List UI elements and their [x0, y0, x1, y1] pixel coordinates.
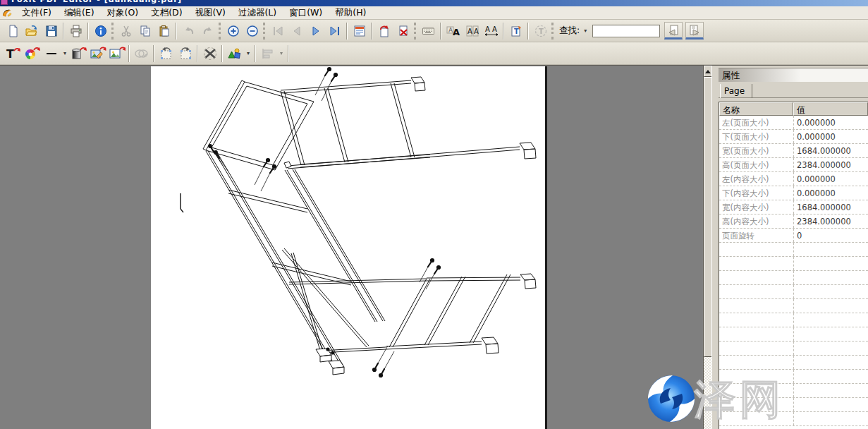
find-previous-button[interactable] — [664, 22, 683, 40]
rotate-object-left-button[interactable] — [157, 44, 176, 62]
find-options-dropdown[interactable]: ▾ — [581, 22, 589, 40]
find-next-button[interactable] — [685, 22, 704, 40]
property-name-cell[interactable] — [719, 271, 793, 284]
zoom-out-button[interactable] — [243, 22, 262, 40]
property-name-cell[interactable]: 宽(页面大小) — [719, 144, 793, 157]
property-row[interactable] — [719, 271, 868, 285]
property-row[interactable] — [719, 327, 868, 342]
property-name-cell[interactable] — [719, 384, 793, 397]
font-size-button[interactable]: AA — [463, 22, 482, 40]
property-row[interactable]: 左(内容大小)0.000000 — [719, 172, 868, 186]
property-row[interactable]: 左(页面大小)0.000000 — [719, 116, 868, 130]
next-page-button[interactable] — [306, 22, 325, 40]
keyboard-input-button[interactable] — [419, 22, 438, 40]
property-row[interactable]: 下(页面大小)0.000000 — [719, 130, 868, 144]
character-spacing-button[interactable]: AA — [482, 22, 501, 40]
toolbar-drag-handle[interactable] — [414, 23, 416, 40]
column-header-value[interactable]: 值 — [793, 102, 868, 116]
zoom-in-button[interactable] — [224, 22, 243, 40]
property-row[interactable]: 高(页面大小)2384.000000 — [719, 158, 868, 172]
menu-item-file[interactable]: 文件(F) — [16, 6, 58, 20]
undo-button[interactable] — [179, 22, 198, 40]
property-value-cell[interactable] — [793, 313, 868, 327]
font-style-button[interactable]: AA — [444, 22, 463, 40]
property-row[interactable] — [719, 299, 868, 313]
property-name-cell[interactable] — [719, 257, 793, 270]
property-name-cell[interactable]: 宽(内容大小) — [719, 200, 793, 214]
property-name-cell[interactable]: 下(内容大小) — [719, 186, 793, 200]
insert-text-button[interactable]: T — [506, 22, 525, 40]
document-vertical-scrollbar[interactable] — [703, 66, 711, 429]
rotate-object-right-button[interactable] — [176, 44, 195, 62]
page-properties-button[interactable] — [350, 22, 369, 40]
property-row[interactable]: 宽(页面大小)1684.000000 — [719, 144, 868, 158]
menu-item-document[interactable]: 文档(D) — [145, 6, 188, 20]
property-row[interactable] — [719, 370, 868, 384]
align-objects-button[interactable] — [258, 44, 277, 62]
property-name-cell[interactable] — [719, 299, 793, 313]
property-value-cell[interactable] — [793, 412, 868, 425]
add-shading-button[interactable] — [69, 44, 88, 62]
pdf-page[interactable] — [151, 66, 547, 429]
property-value-cell[interactable] — [793, 398, 868, 411]
property-name-cell[interactable] — [719, 370, 793, 383]
edit-image-button[interactable] — [88, 44, 107, 62]
property-name-cell[interactable] — [719, 398, 793, 411]
toolbar-drag-handle[interactable] — [263, 23, 265, 40]
property-name-cell[interactable] — [719, 342, 793, 355]
property-row[interactable] — [719, 313, 868, 327]
column-header-name[interactable]: 名称 — [719, 102, 793, 116]
menu-item-filter[interactable]: 过滤器(L) — [232, 6, 283, 20]
property-value-cell[interactable] — [793, 356, 868, 369]
property-row[interactable]: 下(内容大小)0.000000 — [719, 186, 868, 200]
document-area[interactable] — [0, 66, 703, 429]
property-name-cell[interactable]: 高(页面大小) — [719, 158, 793, 171]
menu-item-view[interactable]: 视图(V) — [189, 6, 232, 20]
delete-page-button[interactable] — [393, 22, 412, 40]
add-color-object-button[interactable] — [23, 44, 42, 62]
property-value-cell[interactable]: 0.000000 — [793, 186, 868, 200]
property-row[interactable]: 宽(内容大小)1684.000000 — [719, 200, 868, 214]
property-value-cell[interactable] — [793, 271, 868, 284]
toolbar-drag-handle[interactable] — [219, 23, 221, 40]
property-row[interactable] — [719, 342, 868, 356]
copy-button[interactable] — [135, 22, 154, 40]
property-name-cell[interactable] — [719, 327, 793, 341]
rotate-page-button[interactable] — [374, 22, 393, 40]
property-value-cell[interactable] — [793, 370, 868, 383]
previous-page-button[interactable] — [287, 22, 306, 40]
cut-button[interactable] — [116, 22, 135, 40]
save-button[interactable] — [42, 22, 61, 40]
add-text-object-button[interactable]: T — [4, 44, 23, 62]
property-name-cell[interactable] — [719, 356, 793, 369]
property-value-cell[interactable]: 1684.000000 — [793, 144, 868, 157]
last-page-button[interactable] — [325, 22, 344, 40]
property-value-cell[interactable]: 0.000000 — [793, 116, 868, 129]
print-button[interactable] — [66, 22, 85, 40]
menu-item-window[interactable]: 窗口(W) — [283, 6, 329, 20]
property-name-cell[interactable]: 下(页面大小) — [719, 130, 793, 143]
property-value-cell[interactable] — [793, 243, 868, 256]
line-style-button[interactable] — [42, 44, 61, 62]
property-value-cell[interactable]: 2384.000000 — [793, 158, 868, 171]
property-value-cell[interactable] — [793, 342, 868, 355]
property-row[interactable] — [719, 243, 868, 257]
property-value-cell[interactable] — [793, 299, 868, 313]
property-value-cell[interactable]: 0 — [793, 229, 868, 242]
property-value-cell[interactable] — [793, 384, 868, 397]
text-mode-button[interactable]: T — [531, 22, 550, 40]
new-document-button[interactable] — [4, 22, 23, 40]
open-document-button[interactable] — [23, 22, 42, 40]
find-input[interactable] — [592, 25, 660, 37]
property-row[interactable] — [719, 412, 868, 426]
property-name-cell[interactable]: 高(内容大小) — [719, 214, 793, 228]
property-name-cell[interactable] — [719, 412, 793, 425]
property-value-cell[interactable] — [793, 327, 868, 341]
redo-button[interactable] — [198, 22, 217, 40]
property-value-cell[interactable]: 2384.000000 — [793, 214, 868, 228]
clone-object-button[interactable] — [132, 44, 151, 62]
property-row[interactable]: 页面旋转0 — [719, 229, 868, 243]
property-name-cell[interactable]: 页面旋转 — [719, 229, 793, 242]
property-name-cell[interactable]: 左(内容大小) — [719, 172, 793, 186]
property-name-cell[interactable] — [719, 243, 793, 256]
